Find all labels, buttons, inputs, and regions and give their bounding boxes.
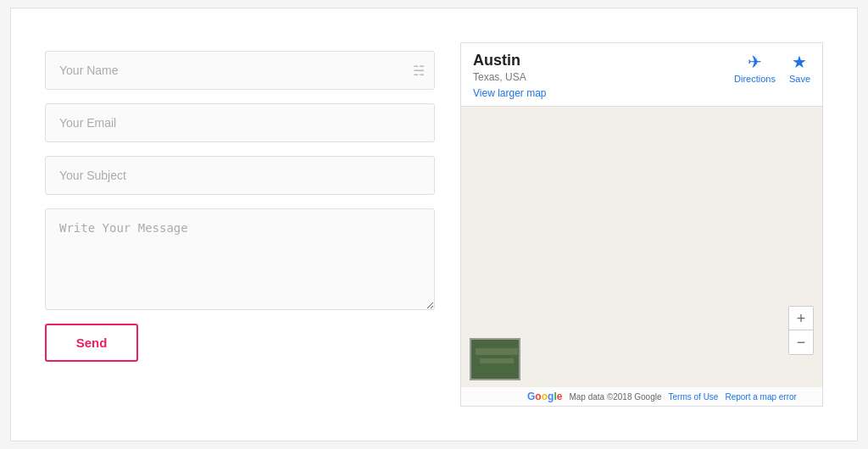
view-larger-map-link[interactable]: View larger map [473,87,810,99]
map-location-info: Austin Texas, USA [473,52,526,83]
svg-rect-64 [480,358,514,363]
map-city-title: Austin [473,52,526,70]
map-bottom-bar: Google Map data ©2018 Google Terms of Us… [461,387,822,406]
map-section: Austin Texas, USA ✈ Directions ★ Save Vi… [460,42,823,407]
save-button[interactable]: ★ Save [789,52,810,84]
save-icon: ★ [792,52,807,72]
svg-rect-63 [476,348,518,355]
map-actions: ✈ Directions ★ Save [734,52,810,84]
save-label: Save [789,74,810,84]
subject-input[interactable] [45,156,435,195]
zoom-controls: + − [788,306,814,355]
report-link[interactable]: Report a map error [725,392,796,402]
map-popup: Austin Texas, USA ✈ Directions ★ Save Vi… [461,43,822,107]
map-thumbnail [470,338,520,380]
zoom-in-button[interactable]: + [789,307,813,330]
send-button[interactable]: Send [45,324,138,362]
zoom-out-button[interactable]: − [789,330,813,354]
name-field-wrapper: ☵ [45,51,435,90]
directions-icon: ✈ [748,52,762,72]
message-textarea[interactable] [45,208,435,310]
map-data-text: Map data ©2018 Google [569,392,661,402]
map-region: Texas, USA [473,71,526,83]
name-input[interactable] [45,51,435,90]
google-logo: Google [527,391,562,402]
directions-label: Directions [734,74,776,84]
directions-button[interactable]: ✈ Directions [734,52,776,84]
name-icon: ☵ [413,63,425,79]
map-popup-top: Austin Texas, USA ✈ Directions ★ Save [473,52,810,84]
form-section: ☵ Send [45,42,435,362]
page-wrapper: ☵ Send Austin Texas, USA ✈ Directions [10,8,858,441]
email-input[interactable] [45,103,435,142]
terms-link[interactable]: Terms of Use [669,392,719,402]
